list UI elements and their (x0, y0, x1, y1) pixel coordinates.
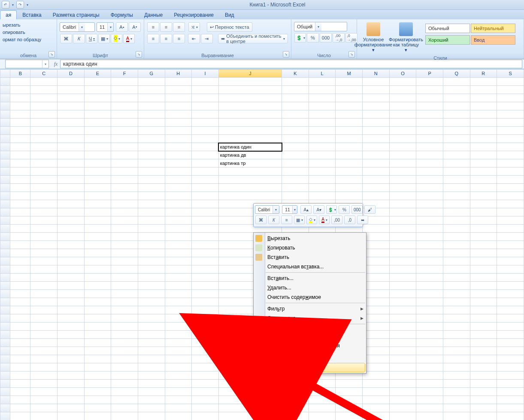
cell-F25[interactable] (111, 274, 138, 282)
cell-E4[interactable] (84, 102, 111, 110)
cell-H41[interactable] (165, 404, 192, 412)
cell-I29[interactable] (192, 306, 219, 314)
cell-I5[interactable] (192, 110, 219, 119)
cell-H17[interactable] (165, 208, 192, 216)
mini-align-center[interactable]: ≡ (281, 216, 292, 224)
cell-D25[interactable] (58, 274, 85, 282)
cell-I17[interactable] (192, 208, 219, 216)
col-header-K[interactable]: K (282, 70, 309, 78)
cell-K10[interactable] (282, 151, 309, 159)
cell-H35[interactable] (165, 355, 192, 363)
cell-E25[interactable] (84, 274, 111, 282)
row-header-40[interactable] (0, 396, 10, 404)
cell-O5[interactable] (389, 110, 416, 119)
cell-H40[interactable] (165, 396, 192, 404)
cell-F31[interactable] (111, 323, 138, 331)
cell-G13[interactable] (138, 176, 165, 184)
cell-D18[interactable] (58, 216, 85, 225)
row-header-19[interactable] (0, 225, 10, 233)
row-header-10[interactable] (0, 151, 10, 159)
decrease-font-button[interactable]: A▾ (129, 22, 141, 32)
cell-S10[interactable] (497, 151, 524, 159)
cell-Q31[interactable] (443, 323, 470, 331)
cell-G5[interactable] (138, 110, 165, 119)
row-header-14[interactable] (0, 184, 10, 192)
mini-fill-color[interactable]: ◇ (306, 216, 317, 224)
cell-B2[interactable] (10, 86, 30, 94)
cell-S22[interactable] (497, 249, 524, 257)
cell-E34[interactable] (84, 347, 111, 355)
cell-C9[interactable] (30, 143, 58, 151)
cell-Q11[interactable] (443, 159, 470, 167)
cell-M42[interactable] (336, 412, 363, 420)
cell-S42[interactable] (497, 412, 524, 420)
row-header-27[interactable] (0, 290, 10, 298)
cell-D35[interactable] (58, 355, 85, 363)
cell-M15[interactable] (336, 192, 363, 200)
cell-S14[interactable] (497, 184, 524, 192)
row-header-34[interactable] (0, 347, 10, 355)
cell-R6[interactable] (470, 119, 497, 127)
cell-P40[interactable] (416, 396, 443, 404)
cell-G21[interactable] (138, 241, 165, 249)
cell-L4[interactable] (309, 102, 336, 110)
cell-J39[interactable] (218, 388, 282, 396)
cell-H2[interactable] (165, 86, 192, 94)
cell-C24[interactable] (30, 265, 58, 274)
cell-M10[interactable] (336, 151, 363, 159)
cell-B39[interactable] (10, 388, 30, 396)
mini-currency[interactable]: 💲 (326, 205, 337, 214)
cell-S40[interactable] (497, 396, 524, 404)
number-format-combo[interactable]: Общий▾ (294, 22, 347, 31)
cell-C17[interactable] (30, 208, 58, 216)
cell-B34[interactable] (10, 347, 30, 355)
row-header-13[interactable] (0, 176, 10, 184)
qat-customize[interactable]: ▾ (26, 3, 29, 7)
cell-P3[interactable] (416, 94, 443, 102)
cell-E2[interactable] (84, 86, 111, 94)
cell-B14[interactable] (10, 184, 30, 192)
merge-center-button[interactable]: ⬌ Объединить и поместить в центре (218, 34, 288, 43)
ctx-paste-special[interactable]: Специальная вставка... (254, 262, 366, 271)
cell-F23[interactable] (111, 257, 138, 265)
cell-N6[interactable] (363, 119, 390, 127)
cell-B1[interactable] (10, 78, 30, 86)
cell-D15[interactable] (58, 192, 85, 200)
cell-O27[interactable] (389, 290, 416, 298)
cell-G26[interactable] (138, 282, 165, 290)
cell-B32[interactable] (10, 331, 30, 339)
cell-F5[interactable] (111, 110, 138, 119)
cell-M12[interactable] (336, 167, 363, 176)
cell-J2[interactable] (218, 86, 282, 94)
cell-J11[interactable]: картинка тр (218, 159, 282, 167)
cell-N42[interactable] (363, 412, 390, 420)
cell-S31[interactable] (497, 323, 524, 331)
cell-G34[interactable] (138, 347, 165, 355)
cell-H20[interactable] (165, 233, 192, 241)
cell-E9[interactable] (84, 143, 111, 151)
cell-S6[interactable] (497, 119, 524, 127)
cell-R25[interactable] (470, 274, 497, 282)
cell-P36[interactable] (416, 363, 443, 371)
cell-R5[interactable] (470, 110, 497, 119)
cell-N5[interactable] (363, 110, 390, 119)
cell-O37[interactable] (389, 371, 416, 380)
row-header-18[interactable] (0, 216, 10, 225)
cell-I8[interactable] (192, 135, 219, 143)
cell-L14[interactable] (309, 184, 336, 192)
mini-dec-decimal[interactable]: ,0 (344, 216, 355, 224)
cell-L9[interactable] (309, 143, 336, 151)
cell-C23[interactable] (30, 257, 58, 265)
cell-I12[interactable] (192, 167, 219, 176)
cell-G25[interactable] (138, 274, 165, 282)
style-neutral[interactable]: Нейтральный (471, 24, 515, 33)
cell-N9[interactable] (363, 143, 390, 151)
cell-P8[interactable] (416, 135, 443, 143)
cell-P29[interactable] (416, 306, 443, 314)
cell-I31[interactable] (192, 323, 219, 331)
cell-B35[interactable] (10, 355, 30, 363)
cell-E18[interactable] (84, 216, 111, 225)
cell-S7[interactable] (497, 127, 524, 135)
cell-I16[interactable] (192, 200, 219, 208)
cell-I21[interactable] (192, 241, 219, 249)
